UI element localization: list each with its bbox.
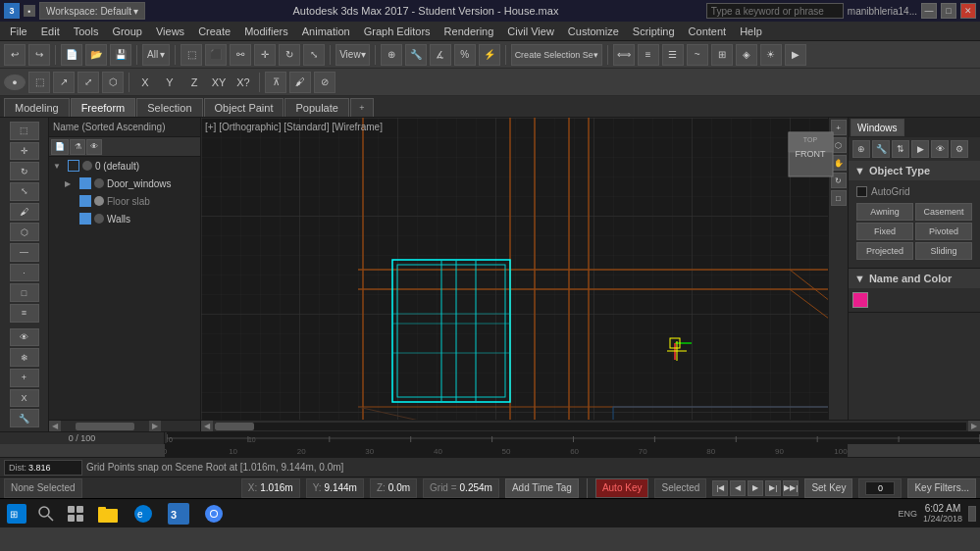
goto-end-button[interactable]: ▶▶| [783,480,799,496]
hscroll-left[interactable]: ◀ [201,421,213,432]
menu-modifiers[interactable]: Modifiers [238,24,294,39]
add-time-tag-button[interactable]: Add Time Tag [505,478,579,498]
sidebar-btn-helper[interactable]: + [10,369,39,387]
viewport-hscroll[interactable]: ◀ ▶ [201,420,980,431]
sidebar-btn-rotate[interactable]: ↻ [10,162,39,180]
scroll-thumb[interactable] [76,423,134,430]
set-key-button[interactable]: Set Key [804,478,852,498]
hscroll-track[interactable] [215,423,966,430]
menu-views[interactable]: Views [150,24,190,39]
autogrid-checkbox[interactable] [856,186,867,197]
type-casement[interactable]: Casement [915,203,972,221]
sidebar-btn-select[interactable]: ⬚ [10,122,39,140]
pivot-button[interactable]: ⊕ [381,44,402,66]
menu-civil-view[interactable]: Civil View [501,24,559,39]
orient-cube[interactable]: FRONT TOP [784,127,838,181]
scene-item-floor[interactable]: Floor slab [49,192,200,210]
scroll-left[interactable]: ◀ [49,421,61,432]
select-region-button[interactable]: ⬛ [205,44,227,66]
taskbar-browser[interactable]: e [128,501,159,526]
tab-add-button[interactable]: + [350,98,374,117]
taskbar-3dsmax[interactable]: 3 [163,501,194,526]
rotate-button[interactable]: ↻ [279,44,300,66]
align-button[interactable]: ≡ [638,44,659,66]
menu-customize[interactable]: Customize [562,24,625,39]
render-setup-button[interactable]: ☀ [760,44,782,66]
material-button[interactable]: ◈ [736,44,757,66]
type-pivoted[interactable]: Pivoted [915,223,972,240]
type-sliding[interactable]: Sliding [915,242,972,260]
sidebar-btn-xform[interactable]: X [10,389,39,408]
auto-key-button[interactable]: Auto Key [595,478,649,498]
tb2-erase-button[interactable]: ⊘ [314,72,335,93]
filter-dropdown[interactable]: All▾ [142,44,170,66]
rp-icon-create[interactable]: ⊕ [852,140,870,158]
sidebar-btn-freeze[interactable]: ❄ [10,348,39,367]
menu-animation[interactable]: Animation [296,24,356,39]
tb2-conform-button[interactable]: ⊼ [265,72,286,93]
undo-button[interactable]: ↩ [4,44,26,66]
scene-item-door-windows[interactable]: ▶ Door_windows [49,175,200,192]
tb2-btn1[interactable]: ⬚ [28,72,50,93]
angle-snap-button[interactable]: ∡ [430,44,451,66]
h-scrollbar[interactable]: ◀ ▶ [49,420,200,431]
schematic-button[interactable]: ⊞ [711,44,733,66]
minimize-button[interactable]: — [921,3,937,19]
scale-button[interactable]: ⤡ [303,44,325,66]
taskbar-search[interactable] [33,501,59,526]
scene-item-default[interactable]: ▼ 0 (default) [49,157,200,175]
layer-button[interactable]: ☰ [662,44,684,66]
tb2-paint-button[interactable]: 🖌 [289,72,311,93]
tb2-btn4[interactable]: ⬡ [102,72,124,93]
type-projected[interactable]: Projected [856,242,913,260]
menu-group[interactable]: Group [106,24,148,39]
scroll-right[interactable]: ▶ [149,421,161,432]
view-btn[interactable]: View▾ [335,44,370,66]
sidebar-btn-scale[interactable]: ⤡ [10,182,39,201]
scene-display-button[interactable]: 👁 [86,139,102,155]
render-button[interactable]: ▶ [785,44,806,66]
open-button[interactable]: 📂 [85,44,107,66]
name-color-header[interactable]: ▼ Name and Color [849,269,980,288]
sidebar-btn-vertex[interactable]: · [10,264,39,282]
maximize-button[interactable]: □ [941,3,956,19]
hscroll-right[interactable]: ▶ [968,421,980,432]
taskbar-file-explorer[interactable] [92,501,124,526]
scene-new-button[interactable]: 📄 [51,139,69,155]
search-input[interactable] [706,3,844,19]
sidebar-btn-move[interactable]: ✛ [10,142,39,161]
scene-item-walls[interactable]: Walls [49,210,200,227]
workspace-dropdown[interactable]: Workspace: Default▾ [39,2,145,20]
save-button[interactable]: 💾 [110,44,131,66]
rp-icon-hierarchy[interactable]: ⇅ [892,140,909,158]
tab-selection[interactable]: Selection [136,98,202,117]
sidebar-btn-display[interactable]: 👁 [10,328,39,347]
rp-icon-motion[interactable]: ▶ [911,140,929,158]
sidebar-btn-paint[interactable]: 🖌 [10,203,39,222]
menu-file[interactable]: File [4,24,33,39]
start-button[interactable]: ⊞ [4,501,29,526]
mirror-button[interactable]: ⟺ [613,44,635,66]
scene-filter-button[interactable]: ⚗ [70,139,85,155]
curve-editor-button[interactable]: ~ [687,44,708,66]
goto-start-button[interactable]: |◀ [712,480,728,496]
sidebar-btn-polygon[interactable]: ⬡ [10,223,39,241]
type-fixed[interactable]: Fixed [856,223,913,240]
prev-frame-button[interactable]: ◀ [730,480,746,496]
tb2-btn3[interactable]: ⤢ [77,72,99,93]
sidebar-btn-ribbon[interactable]: ≡ [10,304,39,323]
new-scene-button[interactable]: 📄 [61,44,82,66]
menu-graph-editors[interactable]: Graph Editors [358,24,437,39]
snap-button[interactable]: 🔧 [405,44,427,66]
tab-modeling[interactable]: Modeling [4,98,70,117]
next-frame-button[interactable]: ▶| [765,480,781,496]
move-button[interactable]: ✛ [254,44,276,66]
color-swatch[interactable] [852,292,868,308]
tab-freeform[interactable]: Freeform [71,98,136,117]
object-type-header[interactable]: ▼ Object Type [849,161,980,180]
key-filters-button[interactable]: Key Filters... [907,478,976,498]
taskbar-chrome[interactable] [198,501,230,526]
rp-icon-modify[interactable]: 🔧 [872,140,890,158]
timeline-track[interactable]: 0 10 [167,432,980,444]
rp-tab-windows[interactable]: Windows [851,119,904,136]
